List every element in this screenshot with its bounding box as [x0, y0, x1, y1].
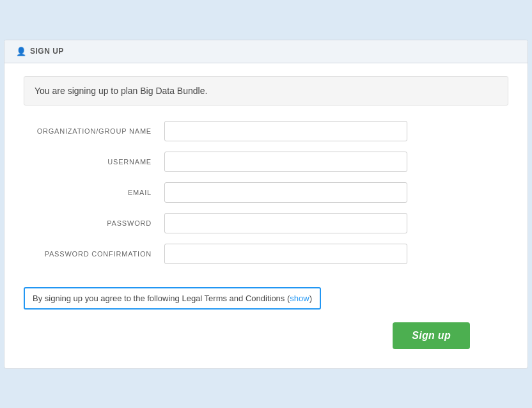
org-name-label: ORGANIZATION/GROUP NAME	[24, 127, 164, 135]
terms-box: By signing up you agree to the following…	[24, 287, 321, 310]
password-confirmation-row: PASSWORD CONFIRMATION	[24, 244, 508, 264]
card-body: You are signing up to plan Big Data Bund…	[4, 63, 528, 368]
info-banner-text: You are signing up to plan Big Data Bund…	[35, 86, 207, 96]
username-label: USERNAME	[24, 158, 164, 166]
email-row: EMAIL	[24, 182, 508, 203]
password-input[interactable]	[164, 213, 407, 233]
terms-text-before: By signing up you agree to the following…	[33, 294, 290, 303]
info-banner: You are signing up to plan Big Data Bund…	[24, 76, 508, 106]
page-container: 👤 SIGN UP You are signing up to plan Big…	[0, 0, 532, 408]
terms-text-after: )	[309, 294, 312, 303]
email-input[interactable]	[164, 182, 407, 203]
card-header: 👤 SIGN UP	[4, 40, 528, 63]
password-confirmation-input[interactable]	[164, 244, 407, 264]
page-title: SIGN UP	[30, 47, 64, 56]
form-actions: Sign up	[24, 322, 508, 349]
password-confirmation-label: PASSWORD CONFIRMATION	[24, 250, 164, 258]
email-label: EMAIL	[24, 189, 164, 196]
signup-button[interactable]: Sign up	[393, 322, 470, 349]
password-label: PASSWORD	[24, 219, 164, 227]
form-card: 👤 SIGN UP You are signing up to plan Big…	[4, 40, 528, 369]
form-fields: ORGANIZATION/GROUP NAME USERNAME EMAIL P…	[24, 121, 508, 274]
password-row: PASSWORD	[24, 213, 508, 233]
username-input[interactable]	[164, 152, 407, 172]
user-icon: 👤	[16, 47, 26, 56]
org-name-row: ORGANIZATION/GROUP NAME	[24, 121, 508, 141]
username-row: USERNAME	[24, 152, 508, 172]
org-name-input[interactable]	[164, 121, 407, 141]
terms-section: By signing up you agree to the following…	[24, 287, 508, 310]
terms-show-link[interactable]: show	[290, 294, 309, 303]
